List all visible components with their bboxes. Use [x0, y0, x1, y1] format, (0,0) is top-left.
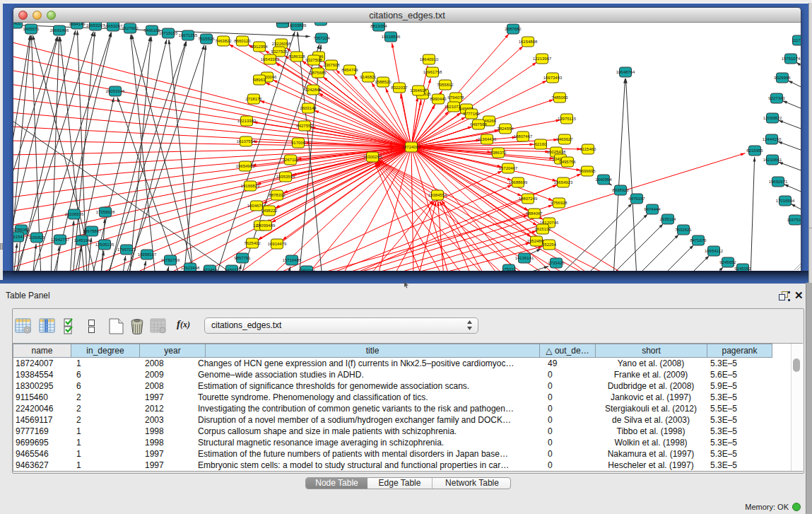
svg-text:7625402: 7625402 [244, 241, 261, 245]
svg-text:391541: 391541 [13, 235, 25, 239]
svg-text:10654112: 10654112 [705, 249, 724, 253]
svg-text:17957223: 17957223 [117, 247, 136, 252]
svg-text:1145194: 1145194 [74, 238, 91, 243]
svg-text:16107554: 16107554 [237, 139, 256, 144]
svg-text:12213383: 12213383 [237, 119, 257, 123]
svg-text:19384554: 19384554 [428, 193, 447, 197]
svg-text:16154808: 16154808 [519, 40, 538, 44]
svg-text:8912954: 8912954 [251, 45, 268, 49]
svg-text:2687682: 2687682 [505, 27, 522, 31]
svg-text:10961758: 10961758 [423, 70, 442, 74]
svg-text:12093822: 12093822 [763, 116, 782, 120]
svg-text:16543362: 16543362 [261, 57, 280, 62]
svg-text:10648764: 10648764 [616, 70, 635, 74]
svg-text:10719155: 10719155 [159, 31, 178, 35]
svg-text:9756928: 9756928 [551, 201, 567, 205]
svg-text:14136141: 14136141 [515, 256, 534, 260]
svg-text:21364436: 21364436 [478, 137, 497, 141]
svg-text:1292344: 1292344 [298, 269, 315, 271]
svg-text:12942757: 12942757 [51, 238, 70, 242]
svg-text:10973493: 10973493 [543, 76, 563, 80]
svg-text:252254: 252254 [542, 243, 557, 247]
svg-text:8186328: 8186328 [288, 54, 305, 59]
svg-text:9146821: 9146821 [360, 75, 377, 79]
svg-text:12923448: 12923448 [181, 266, 200, 270]
svg-text:17359928: 17359928 [96, 210, 115, 214]
svg-text:9857791: 9857791 [234, 256, 251, 260]
svg-text:1405571: 1405571 [23, 27, 40, 31]
svg-text:9785061: 9785061 [13, 228, 30, 232]
svg-text:18807249: 18807249 [519, 197, 538, 201]
svg-text:6479197: 6479197 [628, 197, 645, 201]
svg-text:1640954: 1640954 [595, 177, 612, 182]
svg-text:9242848: 9242848 [305, 88, 322, 92]
svg-text:8471676: 8471676 [690, 238, 707, 243]
svg-text:17016504: 17016504 [776, 199, 795, 203]
svg-text:1994149: 1994149 [69, 23, 86, 26]
svg-text:20691406: 20691406 [50, 28, 69, 33]
svg-text:16033809: 16033809 [288, 23, 307, 28]
svg-text:7386372: 7386372 [490, 151, 507, 155]
svg-text:9777169: 9777169 [463, 112, 480, 116]
svg-text:972450: 972450 [203, 268, 218, 271]
svg-text:7955812: 7955812 [437, 83, 454, 87]
svg-text:7463822: 7463822 [215, 39, 232, 43]
svg-text:6497568: 6497568 [470, 122, 487, 127]
svg-text:1498222: 1498222 [261, 209, 278, 213]
svg-text:9884067: 9884067 [526, 211, 543, 216]
svg-text:9495756: 9495756 [559, 160, 576, 164]
svg-text:1364614: 1364614 [410, 88, 427, 93]
svg-text:13975115: 13975115 [558, 117, 577, 121]
svg-text:19654923: 19654923 [554, 180, 573, 185]
svg-text:7515526: 7515526 [198, 37, 215, 41]
svg-text:1405: 1405 [13, 23, 21, 25]
svg-text:3267110: 3267110 [283, 158, 300, 162]
svg-text:19166829: 19166829 [241, 184, 260, 188]
svg-text:19975867: 19975867 [83, 229, 102, 233]
svg-text:14099489: 14099489 [257, 223, 276, 228]
svg-text:10807467: 10807467 [514, 134, 533, 139]
svg-text:19654963: 19654963 [236, 164, 255, 168]
svg-text:9327508: 9327508 [305, 58, 322, 62]
svg-text:9329966: 9329966 [774, 76, 791, 80]
svg-text:8322037: 8322037 [391, 86, 408, 90]
svg-text:9227343: 9227343 [768, 96, 785, 100]
svg-text:7485063: 7485063 [551, 95, 568, 100]
svg-text:10653267: 10653267 [86, 23, 105, 28]
svg-text:9245652: 9245652 [719, 260, 736, 264]
svg-text:917006: 917006 [291, 141, 306, 145]
svg-text:2935114: 2935114 [660, 217, 677, 221]
svg-text:10025438: 10025438 [547, 150, 566, 154]
svg-text:12213967: 12213967 [533, 57, 552, 61]
svg-text:15716485: 15716485 [283, 258, 302, 262]
svg-text:20053346: 20053346 [106, 89, 125, 93]
svg-text:1733426: 1733426 [548, 261, 565, 265]
svg-text:19353594: 19353594 [276, 175, 295, 179]
svg-text:8878332: 8878332 [269, 193, 286, 197]
svg-text:15692971: 15692971 [769, 180, 788, 184]
svg-text:7357224: 7357224 [313, 36, 330, 40]
svg-text:8660123: 8660123 [234, 39, 251, 43]
svg-text:98963: 98963 [254, 78, 266, 82]
svg-text:15751074: 15751074 [782, 57, 801, 61]
svg-text:18640910: 18640910 [420, 57, 439, 62]
svg-text:9115460: 9115460 [580, 147, 597, 151]
svg-text:62160: 62160 [535, 142, 547, 146]
svg-text:2718176: 2718176 [245, 97, 262, 101]
svg-text:3824554: 3824554 [497, 127, 514, 131]
svg-text:8427552: 8427552 [296, 124, 313, 128]
svg-text:9699695: 9699695 [579, 169, 596, 173]
svg-text:8215955: 8215955 [746, 148, 763, 153]
svg-text:9245052: 9245052 [734, 267, 751, 271]
svg-text:111754: 111754 [792, 38, 801, 42]
svg-text:15300295: 15300295 [363, 155, 382, 159]
svg-text:945077: 945077 [225, 268, 240, 271]
svg-text:10653267: 10653267 [104, 24, 123, 28]
svg-text:2367608: 2367608 [323, 63, 340, 67]
svg-text:175332: 175332 [502, 267, 517, 271]
svg-text:16671355: 16671355 [179, 33, 198, 37]
svg-text:16210661: 16210661 [763, 158, 782, 162]
svg-text:8938923: 8938923 [612, 188, 629, 192]
svg-text:6794078: 6794078 [447, 95, 464, 100]
svg-text:1588520: 1588520 [375, 80, 392, 84]
